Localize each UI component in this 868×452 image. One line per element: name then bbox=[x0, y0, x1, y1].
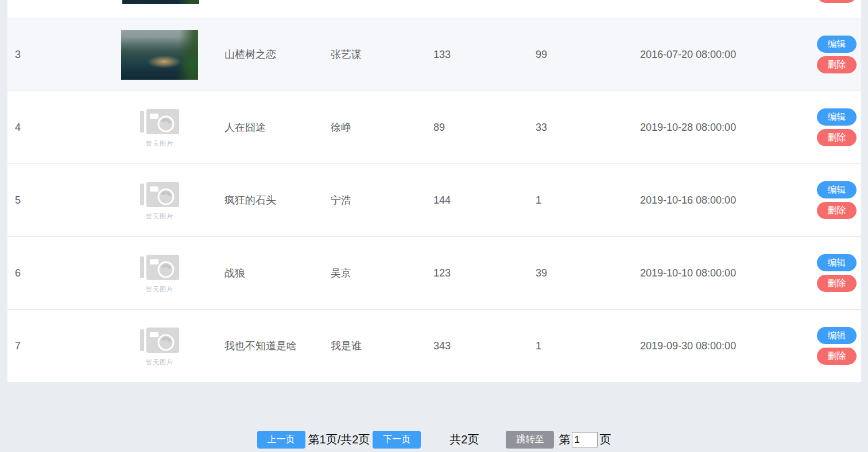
cell-movie-title: 山楂树之恋 bbox=[210, 48, 321, 61]
jump-suffix-label: 页 bbox=[599, 432, 611, 447]
cell-datetime: 2019-10-10 08:00:00 bbox=[631, 267, 804, 279]
table-row: 7 暂无图片 我也不知道是啥 我是谁 343 1 2019-09-30 08:0… bbox=[7, 309, 861, 382]
cell-number-2: 1 bbox=[527, 340, 631, 352]
cell-actions: 编辑 删除 bbox=[804, 108, 861, 146]
cell-director: 徐峥 bbox=[321, 120, 425, 134]
no-image-label: 暂无图片 bbox=[146, 358, 173, 367]
cell-actions: 编辑 删除 bbox=[804, 327, 861, 365]
cell-director: 吴京 bbox=[321, 266, 425, 280]
cell-actions: 编辑 删除 bbox=[804, 36, 861, 73]
jump-button[interactable]: 跳转至 bbox=[506, 431, 554, 449]
table-body: 3 山楂树之恋 张艺谋 133 99 2016-07-20 08:00:00 编… bbox=[7, 18, 861, 382]
cell-number-2: 33 bbox=[527, 122, 631, 134]
next-page-button[interactable]: 下一页 bbox=[373, 431, 421, 449]
prev-page-button[interactable]: 上一页 bbox=[257, 431, 305, 449]
camera-icon bbox=[140, 252, 179, 282]
table-row: 5 暂无图片 疯狂的石头 宁浩 144 1 2019-10-16 08:00:0… bbox=[7, 163, 861, 236]
page-number-input[interactable] bbox=[572, 432, 598, 447]
page-info-label: 第1页/共2页 bbox=[308, 432, 370, 447]
no-image-label: 暂无图片 bbox=[146, 212, 173, 221]
cell-movie-title: 战狼 bbox=[210, 266, 321, 280]
movie-cover-image-partial bbox=[122, 0, 199, 4]
delete-button-partial[interactable]: 删除 bbox=[817, 0, 857, 3]
table-row: 4 暂无图片 人在囧途 徐峥 89 33 2019-10-28 08:00:00… bbox=[7, 91, 861, 163]
cell-actions: 编辑 删除 bbox=[804, 181, 861, 219]
cell-movie-cover: 暂无图片 bbox=[110, 164, 210, 236]
cell-datetime: 2019-09-30 08:00:00 bbox=[631, 340, 804, 352]
delete-button[interactable]: 删除 bbox=[817, 129, 857, 146]
no-image-placeholder: 暂无图片 bbox=[140, 107, 179, 148]
no-image-placeholder: 暂无图片 bbox=[140, 180, 179, 221]
cell-datetime: 2016-07-20 08:00:00 bbox=[631, 49, 804, 61]
no-image-placeholder: 暂无图片 bbox=[140, 325, 179, 367]
no-image-placeholder: 暂无图片 bbox=[140, 252, 179, 294]
cell-number-1: 144 bbox=[425, 194, 527, 206]
cell-movie-cover: 暂无图片 bbox=[110, 310, 210, 382]
cell-movie-cover: 暂无图片 bbox=[110, 237, 210, 309]
cell-number-1: 123 bbox=[425, 267, 527, 279]
edit-button[interactable]: 编辑 bbox=[817, 254, 857, 271]
movies-table: 删除 3 山楂树之恋 张艺谋 133 99 2016-07-20 08:00:0… bbox=[7, 0, 861, 382]
cell-number-2: 99 bbox=[527, 49, 631, 61]
no-image-label: 暂无图片 bbox=[146, 285, 173, 294]
cell-datetime: 2019-10-28 08:00:00 bbox=[631, 122, 804, 134]
total-pages-label: 共2页 bbox=[450, 432, 479, 447]
cell-movie-title: 人在囧途 bbox=[210, 120, 321, 134]
edit-button[interactable]: 编辑 bbox=[817, 108, 857, 126]
cell-number-2: 39 bbox=[527, 267, 631, 279]
table-row: 3 山楂树之恋 张艺谋 133 99 2016-07-20 08:00:00 编… bbox=[7, 18, 861, 91]
cell-datetime: 2019-10-16 08:00:00 bbox=[631, 194, 804, 206]
pagination-bar: 上一页 第1页/共2页 下一页 共2页 跳转至 第 页 bbox=[0, 431, 868, 449]
cell-movie-title: 疯狂的石头 bbox=[210, 193, 321, 207]
cell-movie-id: 4 bbox=[7, 122, 110, 134]
camera-icon bbox=[140, 180, 179, 209]
jump-prefix-label: 第 bbox=[559, 432, 570, 447]
no-image-label: 暂无图片 bbox=[146, 139, 173, 148]
delete-button[interactable]: 删除 bbox=[817, 275, 857, 292]
cell-number-1: 133 bbox=[425, 49, 527, 61]
camera-icon bbox=[140, 107, 179, 137]
cell-movie-id: 6 bbox=[7, 267, 110, 279]
cell-director: 张艺谋 bbox=[321, 48, 425, 61]
edit-button[interactable]: 编辑 bbox=[817, 36, 857, 53]
table-row: 6 暂无图片 战狼 吴京 123 39 2019-10-10 08:00:00 … bbox=[7, 236, 861, 309]
edit-button[interactable]: 编辑 bbox=[817, 181, 857, 198]
delete-button[interactable]: 删除 bbox=[817, 202, 857, 219]
cell-director: 我是谁 bbox=[321, 339, 425, 353]
camera-icon bbox=[140, 325, 179, 355]
table-row-partial: 删除 bbox=[7, 0, 861, 18]
cell-number-2: 1 bbox=[527, 194, 631, 206]
cell-number-1: 89 bbox=[425, 122, 527, 134]
cell-actions: 编辑 删除 bbox=[804, 254, 861, 292]
edit-button[interactable]: 编辑 bbox=[817, 327, 857, 344]
cell-movie-cover bbox=[110, 18, 210, 91]
cell-number-1: 343 bbox=[425, 340, 527, 352]
cell-movie-id: 3 bbox=[7, 49, 110, 61]
movie-cover-image bbox=[121, 30, 198, 80]
cell-movie-id: 7 bbox=[7, 340, 110, 352]
delete-button[interactable]: 删除 bbox=[817, 56, 857, 73]
delete-button[interactable]: 删除 bbox=[817, 348, 857, 365]
cell-movie-title: 我也不知道是啥 bbox=[210, 339, 321, 353]
cell-movie-cover: 暂无图片 bbox=[110, 91, 210, 163]
cell-director: 宁浩 bbox=[321, 193, 425, 207]
cell-movie-id: 5 bbox=[7, 194, 110, 206]
